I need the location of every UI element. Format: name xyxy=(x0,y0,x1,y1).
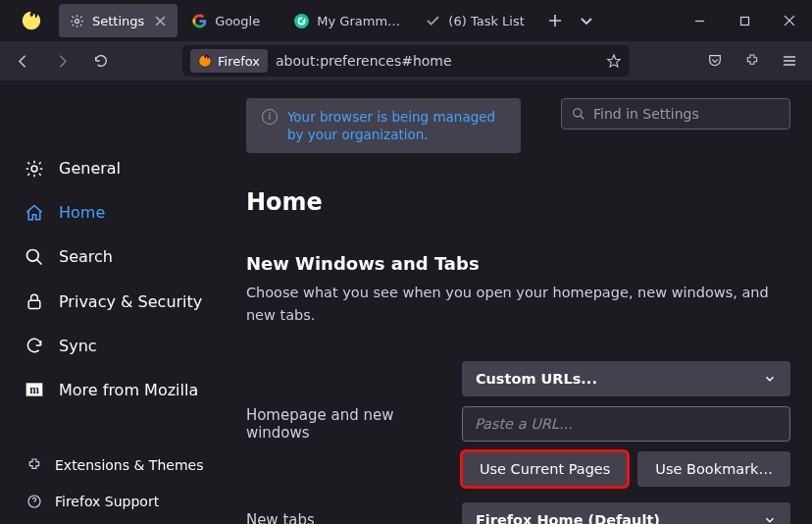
section-heading: New Windows and Tabs xyxy=(246,253,790,274)
grammarly-favicon-icon xyxy=(293,13,309,28)
close-icon[interactable] xyxy=(152,13,168,28)
tab-grammarly[interactable]: My Grammarly xyxy=(283,4,411,37)
managed-notice: i Your browser is being managed by your … xyxy=(246,98,521,153)
identity-label: Firefox xyxy=(218,54,260,69)
google-favicon-icon xyxy=(191,13,207,28)
window-maximize-button[interactable] xyxy=(722,0,767,41)
sidebar-item-more-mozilla[interactable]: m More from Mozilla xyxy=(10,373,223,407)
svg-point-6 xyxy=(27,249,39,261)
homepage-url-input[interactable]: Paste a URL... xyxy=(462,406,790,442)
sidebar-item-support[interactable]: Firefox Support xyxy=(10,489,223,514)
tab-google[interactable]: Google xyxy=(181,4,279,37)
svg-rect-3 xyxy=(740,17,748,25)
use-bookmark-button[interactable]: Use Bookmark… xyxy=(637,451,790,487)
tab-settings[interactable]: Settings xyxy=(59,4,178,37)
bookmark-star-icon[interactable] xyxy=(606,53,622,69)
info-icon: i xyxy=(262,109,278,125)
tab-label: My Grammarly xyxy=(317,14,401,28)
list-tabs-button[interactable] xyxy=(580,14,593,27)
svg-point-5 xyxy=(31,166,37,172)
search-icon xyxy=(24,246,45,268)
site-identity[interactable]: Firefox xyxy=(190,49,268,73)
search-icon xyxy=(572,107,585,121)
svg-point-1 xyxy=(75,19,78,23)
svg-rect-7 xyxy=(28,300,40,308)
sync-icon xyxy=(24,335,45,356)
settings-search-input[interactable]: Find in Settings xyxy=(561,98,790,130)
homepage-label: Homepage and new windows xyxy=(246,406,450,442)
use-current-pages-button[interactable]: Use Current Pages xyxy=(462,451,628,487)
app-menu-button[interactable] xyxy=(773,45,806,77)
sidebar-item-search[interactable]: Search xyxy=(10,239,223,274)
section-description: Choose what you see when you open your h… xyxy=(246,282,776,326)
extensions-button[interactable] xyxy=(736,45,769,77)
pocket-button[interactable] xyxy=(698,45,732,77)
sidebar-item-sync[interactable]: Sync xyxy=(10,329,223,363)
home-icon xyxy=(24,202,45,224)
svg-point-11 xyxy=(574,109,582,117)
lock-icon xyxy=(24,290,45,312)
gear-icon xyxy=(24,158,45,180)
mozilla-icon: m xyxy=(24,379,45,400)
forward-button[interactable] xyxy=(45,45,78,77)
puzzle-icon xyxy=(25,456,43,474)
sidebar-item-home[interactable]: Home xyxy=(10,195,223,230)
tab-label: Google xyxy=(215,14,270,28)
newtabs-label: New tabs xyxy=(246,511,450,524)
newtabs-mode-select[interactable]: Firefox Home (Default) xyxy=(462,502,790,524)
tab-label: (6) Task List xyxy=(448,14,524,28)
chevron-down-icon xyxy=(763,372,777,386)
gear-icon xyxy=(69,13,84,28)
help-icon xyxy=(25,493,43,510)
chevron-down-icon xyxy=(763,513,777,524)
check-favicon-icon xyxy=(425,13,440,28)
page-title: Home xyxy=(246,188,790,216)
sidebar-item-privacy[interactable]: Privacy & Security xyxy=(10,284,223,318)
firefox-logo-icon xyxy=(18,7,45,34)
tab-tasklist[interactable]: (6) Task List xyxy=(415,4,533,37)
reload-button[interactable] xyxy=(84,45,118,77)
settings-sidebar: General Home Search Privacy & Security S… xyxy=(0,80,232,524)
url-text: about:preferences#home xyxy=(276,53,452,69)
homepage-mode-select[interactable]: Custom URLs... xyxy=(462,361,790,396)
new-tab-button[interactable] xyxy=(548,14,562,27)
tab-label: Settings xyxy=(92,14,144,28)
url-bar[interactable]: Firefox about:preferences#home xyxy=(182,45,630,77)
svg-text:m: m xyxy=(29,385,39,397)
sidebar-item-general[interactable]: General xyxy=(10,151,223,185)
window-minimize-button[interactable] xyxy=(677,0,722,41)
sidebar-item-extensions[interactable]: Extensions & Themes xyxy=(10,452,223,478)
back-button[interactable] xyxy=(6,45,39,77)
window-close-button[interactable] xyxy=(767,0,812,41)
svg-point-2 xyxy=(294,14,309,28)
